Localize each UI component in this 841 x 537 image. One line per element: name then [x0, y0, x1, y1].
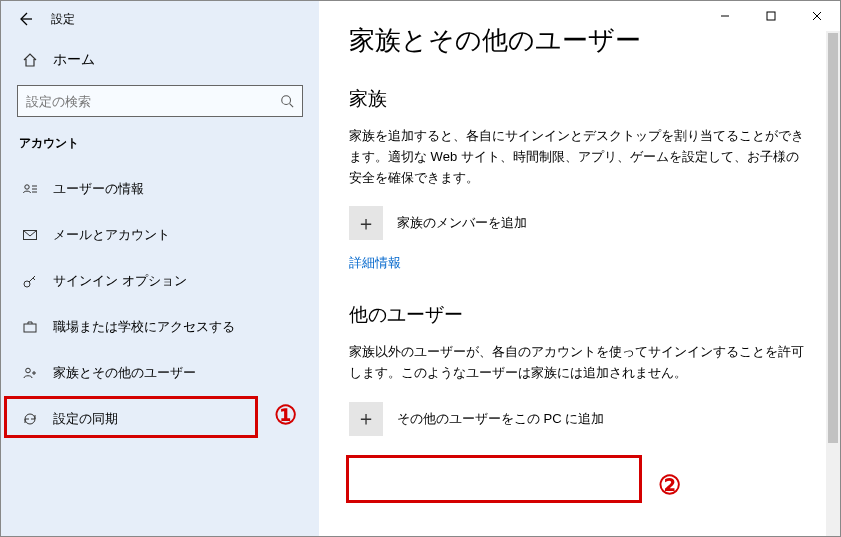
add-family-label: 家族のメンバーを追加 — [397, 214, 527, 232]
add-family-member-button[interactable]: ＋ 家族のメンバーを追加 — [349, 206, 810, 240]
close-button[interactable] — [794, 1, 840, 31]
nav-item-email-accounts[interactable]: メールとアカウント — [1, 212, 319, 258]
minimize-button[interactable] — [702, 1, 748, 31]
family-more-info-link[interactable]: 詳細情報 — [349, 254, 401, 272]
svg-point-5 — [26, 368, 31, 373]
people-icon — [21, 364, 39, 382]
scroll-thumb[interactable] — [828, 33, 838, 443]
sidebar-section-label: アカウント — [1, 135, 319, 166]
nav-item-family-other-users[interactable]: 家族とその他のユーザー — [1, 350, 319, 396]
search-box[interactable] — [17, 85, 303, 117]
content-inner: 家族とその他のユーザー 家族 家族を追加すると、各自にサインインとデスクトップを… — [319, 1, 840, 460]
maximize-button[interactable] — [748, 1, 794, 31]
nav-item-work-school[interactable]: 職場または学校にアクセスする — [1, 304, 319, 350]
nav-item-signin-options[interactable]: サインイン オプション — [1, 258, 319, 304]
search-input[interactable] — [26, 94, 266, 109]
sync-icon — [21, 410, 39, 428]
key-icon — [21, 272, 39, 290]
add-other-user-button[interactable]: ＋ その他のユーザーをこの PC に追加 — [349, 402, 810, 436]
home-label: ホーム — [53, 51, 95, 69]
user-card-icon — [21, 180, 39, 198]
titlebar: 設定 — [1, 1, 319, 37]
scrollbar[interactable] — [826, 31, 840, 536]
svg-point-0 — [282, 96, 291, 105]
svg-rect-6 — [767, 12, 775, 20]
content-area: 家族とその他のユーザー 家族 家族を追加すると、各自にサインインとデスクトップを… — [319, 1, 840, 536]
nav-item-user-info[interactable]: ユーザーの情報 — [1, 166, 319, 212]
family-heading: 家族 — [349, 86, 810, 112]
nav-item-label: メールとアカウント — [53, 226, 170, 244]
nav-item-label: 職場または学校にアクセスする — [53, 318, 235, 336]
svg-rect-4 — [24, 324, 36, 332]
mail-icon — [21, 226, 39, 244]
family-description: 家族を追加すると、各自にサインインとデスクトップを割り当てることができます。適切… — [349, 126, 810, 188]
briefcase-icon — [21, 318, 39, 336]
sidebar: 設定 ホーム アカウント ユーザーの情報 — [1, 1, 319, 536]
home-icon — [21, 51, 39, 69]
nav-item-label: ユーザーの情報 — [53, 180, 144, 198]
plus-icon: ＋ — [349, 402, 383, 436]
nav-item-label: 家族とその他のユーザー — [53, 364, 196, 382]
caption-buttons — [702, 1, 840, 31]
window-title: 設定 — [51, 11, 75, 28]
add-other-label: その他のユーザーをこの PC に追加 — [397, 410, 604, 428]
plus-icon: ＋ — [349, 206, 383, 240]
others-heading: 他のユーザー — [349, 302, 810, 328]
settings-window: 設定 ホーム アカウント ユーザーの情報 — [0, 0, 841, 537]
nav-item-label: 設定の同期 — [53, 410, 118, 428]
svg-point-1 — [25, 185, 29, 189]
search-icon — [280, 94, 294, 108]
home-nav[interactable]: ホーム — [1, 37, 319, 79]
back-button[interactable] — [13, 7, 37, 31]
nav-list: ユーザーの情報 メールとアカウント サインイン オプション 職場または学校にアク… — [1, 166, 319, 442]
nav-item-label: サインイン オプション — [53, 272, 187, 290]
nav-item-sync-settings[interactable]: 設定の同期 — [1, 396, 319, 442]
others-description: 家族以外のユーザーが、各自のアカウントを使ってサインインすることを許可します。こ… — [349, 342, 810, 384]
